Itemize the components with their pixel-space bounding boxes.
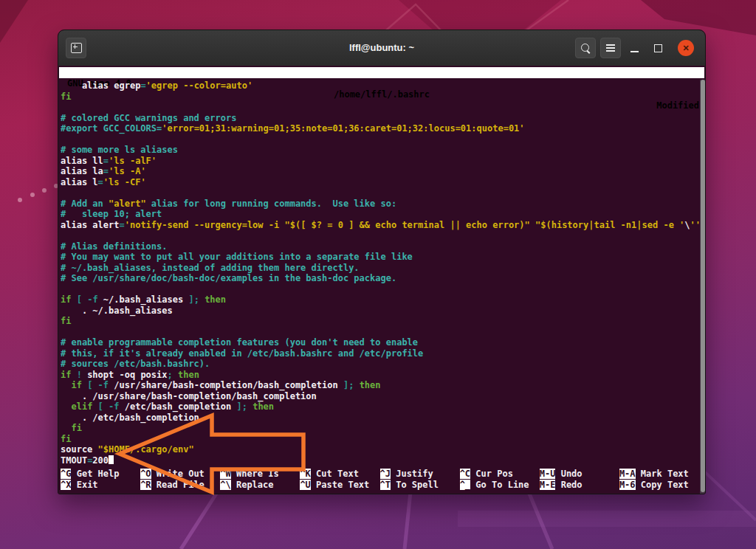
editor-line: # sleep 10; alert	[61, 209, 699, 220]
shortcut-key: ^O	[140, 469, 151, 479]
shortcut-read-file[interactable]: ^R Read File	[140, 480, 220, 491]
shortcut-exit[interactable]: ^X Exit	[61, 480, 140, 491]
editor-line: # enable programmable completion feature…	[61, 337, 699, 348]
shortcut-label: Replace	[231, 480, 274, 490]
shortcut-paste-text[interactable]: ^U Paste Text	[300, 480, 379, 491]
terminal-window: lffl@ubuntu: ~ ✕ GNU nano 4.8 /home/lffl…	[58, 30, 706, 494]
shortcut-key: ^U	[300, 480, 310, 490]
new-tab-button[interactable]	[66, 38, 86, 58]
shortcut-label: Go To Line	[470, 480, 529, 490]
shortcut-go-to-line[interactable]: ^_ Go To Line	[460, 480, 540, 491]
editor-line: # Add an "alert" alias for long running …	[61, 198, 699, 210]
shortcut-label: Redo	[555, 480, 582, 490]
shortcut-label: Undo	[555, 469, 582, 479]
close-button[interactable]: ✕	[676, 38, 696, 58]
editor-line	[61, 187, 699, 198]
shortcut-key: M-E	[540, 480, 556, 490]
scrollbar[interactable]	[700, 80, 705, 494]
shortcut-copy-text[interactable]: M-6 Copy Text	[619, 480, 699, 491]
shortcut-key: ^C	[460, 469, 470, 479]
shortcut-undo[interactable]: M-U Undo	[540, 469, 619, 480]
editor-line: # colored GCC warnings and errors	[61, 113, 699, 124]
minimize-icon	[630, 51, 639, 52]
shortcut-key: M-U	[540, 469, 556, 479]
shortcut-label: Paste Text	[311, 480, 369, 490]
shortcut-label: Write Out	[151, 469, 205, 479]
search-icon	[581, 44, 589, 52]
shortcut-get-help[interactable]: ^G Get Help	[61, 469, 140, 480]
editor-line: alias ll='ls -alF'	[61, 156, 699, 167]
shortcut-justify[interactable]: ^J Justify	[380, 469, 460, 480]
editor-line: fi	[61, 92, 699, 103]
editor-line: if ! shopt -oq posix; then	[61, 370, 699, 381]
editor-line: # some more ls aliases	[61, 145, 699, 156]
editor-line: # See /usr/share/doc/bash-doc/examples i…	[61, 273, 699, 284]
shortcut-key: ^X	[61, 480, 71, 490]
shortcut-label: To Spell	[391, 480, 439, 490]
shortcut-label: Read File	[151, 480, 205, 490]
shortcut-label: Exit	[71, 480, 97, 490]
editor-line: . ~/.bash_aliases	[61, 305, 699, 317]
maximize-icon	[654, 44, 662, 52]
text-cursor	[109, 455, 114, 464]
shortcut-mark-text[interactable]: M-A Mark Text	[619, 469, 699, 480]
shortcut-where-is[interactable]: ^W Where Is	[220, 469, 300, 480]
shortcut-key: M-6	[619, 480, 636, 490]
editor-line: #export GCC_COLORS='error=01;31:warning=…	[61, 123, 699, 134]
search-button[interactable]	[575, 38, 596, 58]
shortcut-key: ^W	[220, 469, 230, 479]
shortcut-key: ^G	[61, 469, 71, 479]
shortcut-write-out[interactable]: ^O Write Out	[140, 469, 220, 480]
editor-line: alias egrep='egrep --color=auto'	[61, 80, 699, 92]
shortcut-label: Cut Text	[311, 469, 359, 479]
editor-line: fi	[61, 316, 699, 327]
editor-line: alias la='ls -A'	[61, 166, 699, 177]
shortcut-key: ^R	[140, 480, 151, 490]
shortcut-key: ^K	[300, 469, 310, 479]
editor-line: if [ -f /usr/share/bash-completion/bash_…	[61, 380, 699, 391]
editor-line: # You may want to put all your additions…	[61, 252, 699, 263]
editor-line: fi	[61, 434, 699, 445]
minimize-button[interactable]	[624, 38, 645, 58]
hamburger-icon	[606, 44, 615, 52]
shortcut-label: Mark Text	[636, 469, 689, 479]
nano-shortcut-menu: ^G Get Help^O Write Out^W Where Is^K Cut…	[61, 469, 699, 490]
shortcut-label: Where Is	[231, 469, 279, 479]
editor-line: # Alias definitions.	[61, 241, 699, 252]
close-icon: ✕	[678, 40, 694, 56]
editor-line: # sources /etc/bash.bashrc).	[61, 359, 699, 370]
shortcut-label: Cur Pos	[470, 469, 513, 479]
editor-line	[61, 284, 699, 295]
shortcut-key: ^\	[220, 480, 230, 490]
editor-line: . /etc/bash_completion	[61, 412, 699, 424]
shortcut-to-spell[interactable]: ^T To Spell	[380, 480, 460, 491]
editor-line: if [ -f ~/.bash_aliases ]; then	[61, 294, 699, 305]
shortcut-label: Copy Text	[636, 480, 689, 490]
terminal-titlebar[interactable]: lffl@ubuntu: ~ ✕	[58, 30, 705, 66]
shortcut-cut-text[interactable]: ^K Cut Text	[300, 469, 379, 480]
editor-line	[61, 230, 699, 241]
editor-text-area[interactable]: alias egrep='egrep --color=auto'fi# colo…	[61, 80, 699, 464]
editor-line	[61, 327, 699, 338]
editor-line: fi	[61, 423, 699, 434]
editor-line	[61, 102, 699, 113]
menu-button[interactable]	[600, 38, 621, 58]
shortcut-key: ^_	[460, 480, 470, 490]
shortcut-redo[interactable]: M-E Redo	[540, 480, 619, 491]
shortcut-replace[interactable]: ^\ Replace	[220, 480, 300, 491]
editor-line	[61, 134, 699, 145]
shortcut-key: M-A	[619, 469, 636, 479]
maximize-button[interactable]	[647, 38, 668, 58]
editor-line: TMOUT=200	[61, 455, 699, 465]
editor-line: # ~/.bash_aliases, instead of adding the…	[61, 263, 699, 274]
shortcut-cur-pos[interactable]: ^C Cur Pos	[460, 469, 540, 480]
editor-line: elif [ -f /etc/bash_completion ]; then	[61, 401, 699, 412]
scrollbar-thumb[interactable]	[701, 80, 705, 492]
editor-line: alias alert='notify-send --urgency=low -…	[61, 220, 699, 231]
editor-line: alias l='ls -CF'	[61, 177, 699, 188]
shortcut-key: ^J	[380, 469, 391, 479]
editor-line: # this, if it's already enabled in /etc/…	[61, 348, 699, 359]
shortcut-label: Get Help	[71, 469, 119, 479]
shortcut-key: ^T	[380, 480, 391, 490]
shortcut-label: Justify	[391, 469, 433, 479]
